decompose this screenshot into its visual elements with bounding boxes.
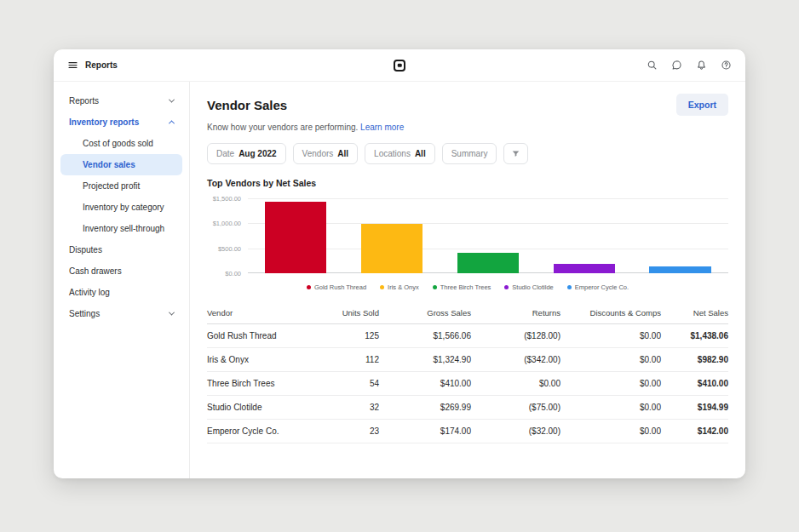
bar-three-birch-trees[interactable] xyxy=(457,253,519,273)
sidebar-item-inventory-sell-through[interactable]: Inventory sell-through xyxy=(60,218,182,239)
legend-item[interactable]: Iris & Onyx xyxy=(380,283,419,291)
legend-dot xyxy=(307,285,311,289)
legend-item[interactable]: Emperor Cycle Co. xyxy=(567,283,629,291)
filter-label: Date xyxy=(216,149,234,158)
column-header-net-sales[interactable]: Net Sales xyxy=(661,303,728,323)
filter-value: All xyxy=(415,149,426,158)
sidebar-item-cost-of-goods-sold[interactable]: Cost of goods sold xyxy=(60,133,182,154)
sidebar-item-cash-drawers[interactable]: Cash drawers xyxy=(60,260,182,282)
table-cell: $1,324.90 xyxy=(379,348,471,371)
sidebar-item-reports[interactable]: Reports xyxy=(60,90,182,112)
export-button[interactable]: Export xyxy=(676,94,728,116)
dashboard-card: Reports Reports Inventory xyxy=(54,49,745,478)
chart-y-axis: $1,500.00 $1,000.00 $500.00 $0.00 xyxy=(207,198,248,273)
hamburger-menu-icon[interactable] xyxy=(67,60,78,71)
table-cell: ($32.00) xyxy=(471,420,560,443)
chart-legend: Gold Rush ThreadIris & OnyxThree Birch T… xyxy=(207,283,728,291)
filter-label: Vendors xyxy=(302,149,334,158)
table-cell: Gold Rush Thread xyxy=(207,324,326,347)
learn-more-link[interactable]: Learn more xyxy=(360,123,404,132)
sidebar-item-settings[interactable]: Settings xyxy=(60,303,182,324)
date-filter-chip[interactable]: Date Aug 2022 xyxy=(207,143,286,164)
table-cell: $0.00 xyxy=(560,420,661,443)
sidebar-item-label: Activity log xyxy=(69,288,110,297)
y-axis-tick: $1,000.00 xyxy=(213,220,241,227)
summary-filter-chip[interactable]: Summary xyxy=(442,143,497,164)
sidebar-item-projected-profit[interactable]: Projected profit xyxy=(60,175,182,197)
legend-label: Studio Clotilde xyxy=(512,283,553,291)
funnel-icon xyxy=(511,149,520,158)
filter-label: Summary xyxy=(451,149,488,158)
subtitle-text: Know how your vendors are performing. xyxy=(207,123,358,132)
filter-funnel-button[interactable] xyxy=(503,143,528,164)
sidebar-item-label: Cash drawers xyxy=(69,266,122,276)
table-cell: ($342.00) xyxy=(471,348,560,371)
sidebar-item-vendor-sales[interactable]: Vendor sales xyxy=(60,154,182,175)
messages-icon[interactable] xyxy=(671,60,682,71)
legend-dot xyxy=(567,285,572,289)
sidebar-item-activity-log[interactable]: Activity log xyxy=(60,282,182,303)
bar-gold-rush-thread[interactable] xyxy=(265,202,326,273)
table-cell: 23 xyxy=(326,420,379,443)
chevron-up-icon xyxy=(169,120,175,126)
sidebar-item-label: Reports xyxy=(69,96,99,106)
legend-item[interactable]: Three Birch Trees xyxy=(433,283,491,291)
sidebar-item-label: Projected profit xyxy=(83,181,140,191)
legend-dot xyxy=(380,285,384,289)
main-content: Vendor Sales Export Know how your vendor… xyxy=(190,82,745,478)
table-cell: 32 xyxy=(326,396,379,419)
table-cell: Three Birch Trees xyxy=(207,372,326,395)
y-axis-tick: $1,500.00 xyxy=(213,195,241,203)
table-cell: ($75.00) xyxy=(471,396,560,419)
table-row: Emperor Cycle Co.23$174.00($32.00)$0.00$… xyxy=(207,420,728,443)
table-cell: $1,438.06 xyxy=(661,324,728,347)
column-header-returns[interactable]: Returns xyxy=(471,303,560,323)
table-cell: Iris & Onyx xyxy=(207,348,326,371)
page-title: Vendor Sales xyxy=(207,98,287,112)
legend-item[interactable]: Gold Rush Thread xyxy=(307,283,366,291)
legend-dot xyxy=(504,285,509,289)
chevron-down-icon xyxy=(169,310,175,316)
search-icon[interactable] xyxy=(647,60,658,71)
filter-label: Locations xyxy=(374,149,411,158)
vendor-table-body: Gold Rush Thread125$1,566.06($128.00)$0.… xyxy=(207,324,728,443)
chevron-down-icon xyxy=(169,97,175,103)
sidebar-item-inventory-by-category[interactable]: Inventory by category xyxy=(60,197,182,218)
column-header-discounts-comps[interactable]: Discounts & Comps xyxy=(560,303,661,323)
bar-slot xyxy=(440,198,537,273)
vendors-filter-chip[interactable]: Vendors All xyxy=(293,143,358,164)
sidebar-item-label: Inventory by category xyxy=(83,203,164,212)
filter-bar: Date Aug 2022 Vendors All Locations All … xyxy=(207,143,728,164)
table-cell: $142.00 xyxy=(661,420,728,443)
notifications-bell-icon[interactable] xyxy=(696,60,707,71)
legend-label: Gold Rush Thread xyxy=(314,283,366,291)
table-cell: 112 xyxy=(326,348,379,371)
legend-item[interactable]: Studio Clotilde xyxy=(504,283,553,291)
table-cell: $0.00 xyxy=(471,372,560,395)
table-cell: $0.00 xyxy=(560,372,661,395)
square-logo[interactable] xyxy=(394,60,405,72)
bar-emperor-cycle-co-[interactable] xyxy=(649,266,710,273)
sidebar: Reports Inventory reports Cost of goods … xyxy=(54,82,190,478)
legend-label: Iris & Onyx xyxy=(388,283,419,291)
bar-iris-onyx[interactable] xyxy=(361,224,422,273)
column-header-gross-sales[interactable]: Gross Sales xyxy=(379,303,471,323)
sidebar-item-disputes[interactable]: Disputes xyxy=(60,239,182,260)
bar-studio-clotilde[interactable] xyxy=(554,264,615,273)
sidebar-item-inventory-reports[interactable]: Inventory reports xyxy=(60,112,182,133)
topbar-reports-label[interactable]: Reports xyxy=(85,60,118,70)
chart-bars xyxy=(248,198,728,273)
page-subtitle: Know how your vendors are performing. Le… xyxy=(207,123,728,132)
bar-chart: $1,500.00 $1,000.00 $500.00 $0.00 xyxy=(207,198,728,273)
sidebar-item-label: Vendor sales xyxy=(83,160,135,169)
y-axis-tick: $500.00 xyxy=(218,244,241,252)
table-cell: $410.00 xyxy=(661,372,728,395)
help-icon[interactable] xyxy=(721,60,732,71)
locations-filter-chip[interactable]: Locations All xyxy=(365,143,435,164)
column-header-units-sold[interactable]: Units Sold xyxy=(326,303,379,323)
column-header-vendor[interactable]: Vendor xyxy=(207,303,326,323)
sidebar-item-label: Inventory reports xyxy=(69,117,139,127)
filter-value: Aug 2022 xyxy=(239,149,276,158)
legend-label: Emperor Cycle Co. xyxy=(575,283,629,291)
y-axis-tick: $0.00 xyxy=(225,270,241,277)
